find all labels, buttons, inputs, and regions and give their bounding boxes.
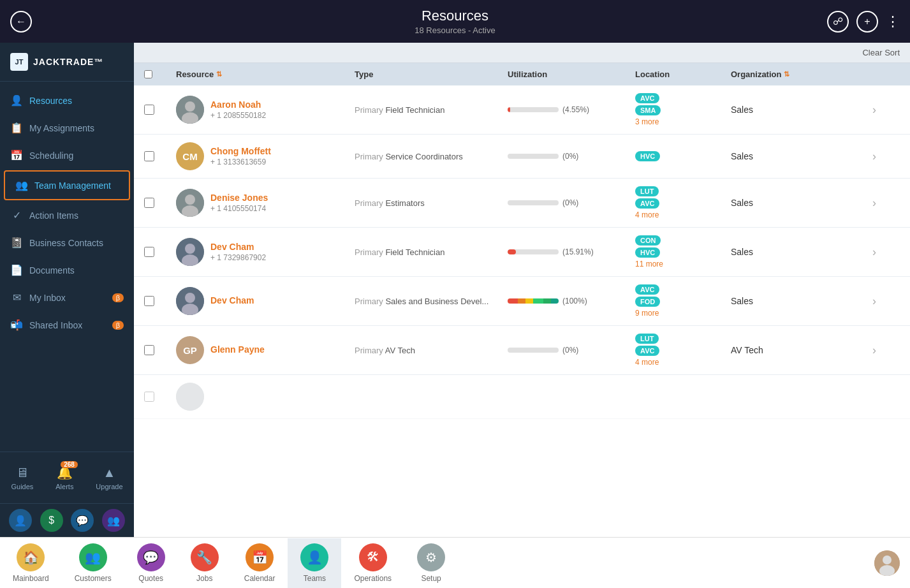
table-row: Dev Cham + 1 7329867902 Primary Field Te… <box>134 228 910 277</box>
more-locations[interactable]: 9 more <box>635 309 731 318</box>
nav-item-setup[interactable]: ⚙ Setup <box>404 538 458 588</box>
person-icon-button[interactable]: 👤 <box>9 509 32 532</box>
nav-item-calendar[interactable]: 📅 Calendar <box>231 538 288 588</box>
util-segment-orange <box>518 298 525 304</box>
upgrade-button[interactable]: ▲ Upgrade <box>91 460 128 496</box>
sidebar-label-action-items: Action Items <box>29 210 78 221</box>
row-checkbox[interactable] <box>144 345 154 355</box>
util-text: (0%) <box>562 346 578 355</box>
avatar <box>176 96 204 124</box>
org-cell: Sales <box>731 105 858 115</box>
location-cell: LUT AVC 4 more <box>635 334 731 367</box>
type-value: Field Technician <box>385 105 444 115</box>
sidebar-item-shared-inbox[interactable]: 📬 Shared Inbox β <box>0 311 134 339</box>
more-locations[interactable]: 11 more <box>635 260 731 268</box>
sidebar-item-documents[interactable]: 📄 Documents <box>0 256 134 284</box>
resource-info: Chong Moffett + 1 3133613659 <box>210 146 271 166</box>
sidebar-label-documents: Documents <box>29 265 75 276</box>
row-checkbox[interactable] <box>144 392 154 402</box>
calendar-icon: 📅 <box>246 543 274 571</box>
sidebar-bottom-row: 🖥 Guides 🔔 268 Alerts ▲ Upgrade <box>0 460 134 496</box>
row-checkbox[interactable] <box>144 198 154 208</box>
jobs-icon: 🔧 <box>191 543 219 571</box>
alerts-button[interactable]: 🔔 268 Alerts <box>50 460 78 496</box>
sidebar-item-my-assignments[interactable]: 📋 My Assignments <box>0 114 134 142</box>
col-action <box>858 70 890 79</box>
nav-item-quotes[interactable]: 💬 Quotes <box>124 538 178 588</box>
sidebar-item-resources[interactable]: 👤 Resources <box>0 87 134 114</box>
row-checkbox[interactable] <box>144 296 154 306</box>
avatar-image <box>176 238 204 266</box>
resource-cell: Dev Cham <box>176 287 355 315</box>
resource-name[interactable]: Denise Jones <box>210 193 268 203</box>
type-value: AV Tech <box>385 346 415 355</box>
guides-button[interactable]: 🖥 Guides <box>6 460 38 496</box>
sidebar-item-my-inbox[interactable]: ✉ My Inbox β <box>0 284 134 311</box>
search-button[interactable]: ☍ <box>827 11 849 33</box>
location-badge: LUT <box>635 334 659 344</box>
sidebar-item-scheduling[interactable]: 📅 Scheduling <box>0 142 134 169</box>
user-avatar[interactable] <box>874 550 900 576</box>
sidebar-item-business-contacts[interactable]: 📓 Business Contacts <box>0 229 134 256</box>
util-bar <box>508 107 559 112</box>
row-chevron[interactable]: › <box>858 150 890 163</box>
row-chevron[interactable]: › <box>858 295 890 308</box>
nav-item-jobs[interactable]: 🔧 Jobs <box>178 538 231 588</box>
avatar-image <box>176 189 204 217</box>
row-chevron[interactable]: › <box>858 196 890 210</box>
page-subtitle: 18 Resources - Active <box>0 26 910 35</box>
svg-point-1 <box>185 101 195 112</box>
row-chevron[interactable]: › <box>858 344 890 357</box>
more-menu-button[interactable]: ⋮ <box>886 13 900 30</box>
nav-item-mainboard[interactable]: 🏠 Mainboard <box>0 538 62 588</box>
organization-sort-icon[interactable]: ⇅ <box>784 70 789 78</box>
back-button[interactable]: ← <box>10 11 32 33</box>
resource-info: Glenn Payne <box>210 344 265 356</box>
row-checkbox[interactable] <box>144 151 154 161</box>
resource-name[interactable]: Dev Cham <box>210 295 254 305</box>
location-cell: AVC FOD 9 more <box>635 284 731 318</box>
dollar-icon-button[interactable]: $ <box>40 509 63 532</box>
select-all-checkbox[interactable] <box>144 70 152 78</box>
quotes-label: Quotes <box>138 574 163 583</box>
resource-name[interactable]: Dev Cham <box>210 242 266 252</box>
resource-sort-icon[interactable]: ⇅ <box>216 70 222 78</box>
more-locations[interactable]: 4 more <box>635 210 731 219</box>
util-segment-yellow <box>525 298 533 304</box>
more-locations[interactable]: 4 more <box>635 358 731 367</box>
row-checkbox[interactable] <box>144 105 154 115</box>
resource-info: Dev Cham <box>210 295 254 307</box>
type-cell: Primary Field Technician <box>355 247 508 257</box>
resource-name[interactable]: Aaron Noah <box>210 99 266 110</box>
operations-icon: 🛠 <box>359 543 387 571</box>
util-segment-darkgreen <box>543 298 551 304</box>
add-button[interactable]: + <box>856 11 878 33</box>
sidebar-item-action-items[interactable]: ✓ Action Items <box>0 202 134 229</box>
nav-item-teams[interactable]: 👤 Teams <box>288 538 341 588</box>
type-prefix: Primary <box>355 198 385 208</box>
team-icon-button[interactable]: 👥 <box>102 509 125 532</box>
resource-name[interactable]: Glenn Payne <box>210 344 265 355</box>
more-locations[interactable]: 3 more <box>635 117 731 126</box>
util-cell: (15.91%) <box>508 247 635 256</box>
nav-item-operations[interactable]: 🛠 Operations <box>341 538 404 588</box>
nav-item-customers[interactable]: 👥 Customers <box>62 538 124 588</box>
location-badge: AVC <box>635 198 659 209</box>
row-chevron[interactable]: › <box>858 246 890 259</box>
util-text: (0%) <box>562 152 578 161</box>
clear-sort-button[interactable]: Clear Sort <box>862 48 900 57</box>
sidebar-item-team-management[interactable]: 👥 Team Management <box>4 170 130 200</box>
table-row: GP Glenn Payne Primary AV Tech (0%) <box>134 326 910 375</box>
col-type-label: Type <box>355 70 373 79</box>
resource-cell: GP Glenn Payne <box>176 336 355 364</box>
chat-icon-button[interactable]: 💬 <box>71 509 94 532</box>
svg-point-7 <box>185 244 195 254</box>
row-checkbox[interactable] <box>144 247 154 257</box>
type-prefix: Primary <box>355 152 385 161</box>
resource-cell: Aaron Noah + 1 2085550182 <box>176 96 355 124</box>
col-checkbox <box>144 70 176 79</box>
util-bar <box>508 200 559 205</box>
resource-name[interactable]: Chong Moffett <box>210 146 271 156</box>
row-chevron[interactable]: › <box>858 103 890 117</box>
util-cell: (4.55%) <box>508 105 635 114</box>
